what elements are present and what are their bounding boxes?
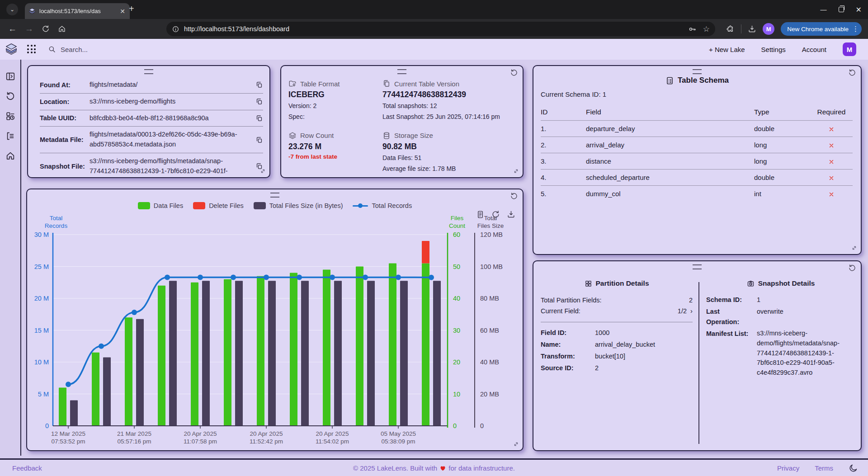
site-info-icon[interactable] [172,25,179,33]
legend-item-delete-files[interactable]: Delete Files [193,202,244,209]
drag-handle-icon[interactable] [144,69,153,74]
resize-diagonal-icon[interactable] [513,168,519,174]
new-tab-button[interactable]: + [129,4,134,13]
drag-handle-icon[interactable] [693,69,702,74]
svg-text:11:52:42 pm: 11:52:42 pm [250,438,283,445]
address-bar[interactable]: http://localhost:5173/lens/dashboard ☆ [166,22,715,36]
search-input[interactable]: Search... [48,45,88,53]
total-partition-fields-row: Total Partition Fields: 2 [541,295,693,306]
downloads-icon[interactable] [748,25,756,33]
svg-text:0: 0 [453,422,457,429]
svg-text:40 MB: 40 MB [480,358,499,366]
svg-text:0: 0 [480,422,484,429]
table-format-stat: Table Format ICEBERG Version: 2 Spec: [288,80,382,122]
svg-text:120 MB: 120 MB [480,231,503,238]
svg-text:100 MB: 100 MB [480,263,503,270]
column-divider [698,282,699,444]
bookmark-star-icon[interactable]: ☆ [703,24,710,34]
chrome-home-button[interactable] [58,25,66,33]
table-row: Metadata File: flights/metadata/00013-d2… [40,127,263,153]
schema-card-title: Table Schema [533,76,861,85]
window-close-button[interactable]: ✕ [856,5,862,14]
grid-icon [585,280,592,287]
svg-text:20 Apr 2025: 20 Apr 2025 [316,430,349,437]
app-grid-menu-icon[interactable] [27,45,36,54]
drag-handle-icon[interactable] [693,264,702,269]
legend-item-files-size[interactable]: Total Files Size (in Bytes) [254,202,343,209]
legend-item-data-files[interactable]: Data Files [138,202,183,209]
window-restore-button[interactable] [839,7,844,12]
window-minimize-button[interactable]: — [821,6,827,13]
left-rail [0,60,21,456]
panel-toggle-icon[interactable] [4,70,17,83]
home-icon[interactable] [4,149,17,163]
resize-diagonal-icon[interactable] [513,441,519,448]
row-count-value: 23.276 M [288,142,382,151]
resize-diagonal-icon[interactable] [851,245,858,251]
new-lake-button[interactable]: + New Lake [709,46,745,53]
schema-header-row: ID Field Type Required [541,104,853,120]
snapshots-chart[interactable]: 05 M10 M15 M20 M25 M30 M0102030405060020… [28,231,523,457]
reload-button[interactable] [42,25,50,33]
user-avatar[interactable]: M [843,42,856,56]
extensions-puzzle-icon[interactable] [726,25,735,33]
next-field-chevron-icon[interactable]: › [690,307,693,315]
chrome-update-button[interactable]: New Chrome available ⋮ [781,22,862,36]
copy-icon[interactable] [255,81,263,89]
settings-button[interactable]: Settings [761,46,786,53]
svg-text:5 M: 5 M [38,391,49,398]
svg-text:80 MB: 80 MB [480,295,499,302]
layers-icon [288,132,297,140]
database-icon [382,132,391,140]
current-version-stat: Current Table Version 774412474863881243… [382,80,518,122]
forward-button[interactable]: → [25,24,33,34]
browser-tab[interactable]: localhost:5173/lens/das ✕ [25,3,130,19]
resize-diagonal-icon[interactable] [259,168,266,174]
search-icon [48,45,56,53]
legend-swatch [193,202,205,209]
refresh-card-icon[interactable] [848,264,856,272]
app-header: Search... + New Lake Settings Account M [0,39,868,60]
svg-text:12 Mar 2025: 12 Mar 2025 [51,430,85,437]
copy-icon[interactable] [255,98,263,105]
url-text[interactable]: http://localhost:5173/lens/dashboard [184,25,688,33]
divider [541,322,693,322]
copy-icon[interactable] [255,114,263,122]
required-false-icon [828,126,835,132]
account-button[interactable]: Account [802,46,826,53]
password-key-icon[interactable] [688,25,697,33]
required-false-icon [828,159,835,165]
table-row: Found At: flights/metadata/ [40,77,263,94]
chrome-profile-avatar[interactable]: M [763,23,774,35]
snapshots-grid-clock-icon[interactable] [4,109,17,123]
table-row: Table UUID: b8fcdbb3-be04-4feb-8f12-8819… [40,110,263,127]
back-button[interactable]: ← [8,24,17,34]
dark-mode-moon-icon[interactable] [849,463,858,473]
svg-text:15 M: 15 M [34,327,49,334]
history-icon[interactable] [4,90,17,103]
lakelens-logo-icon[interactable] [5,42,18,56]
terms-link[interactable]: Terms [815,464,833,472]
partition-details-title: Partition Details [541,279,693,287]
schema-table: ID Field Type Required 1. departure_dela… [541,104,853,202]
snapshot-details-title: Snapshot Details [706,279,855,287]
svg-text:60: 60 [453,231,460,238]
dashboard-main: Found At: flights/metadata/ Location: s3… [0,60,868,458]
tab-strip: ⌄ localhost:5173/lens/das ✕ + — ✕ [0,0,868,19]
tab-search-button[interactable]: ⌄ [6,4,18,15]
tab-close-icon[interactable]: ✕ [119,8,126,15]
refresh-card-icon[interactable] [510,192,518,200]
copy-icon[interactable] [255,136,263,144]
toolbar-separator [741,24,741,33]
drag-handle-icon[interactable] [397,69,406,74]
required-false-icon [828,142,835,149]
refresh-card-icon[interactable] [510,68,518,77]
svg-text:21 Mar 2025: 21 Mar 2025 [117,430,151,437]
feedback-link[interactable]: Feedback [12,464,42,472]
chrome-menu-kebab-icon[interactable]: ⋮ [852,25,859,33]
schema-list-icon[interactable] [4,129,17,143]
drag-handle-icon[interactable] [270,193,279,198]
privacy-link[interactable]: Privacy [777,464,799,472]
browser-window: ⌄ localhost:5173/lens/das ✕ + — ✕ ← → ht… [0,0,868,476]
legend-item-total-records[interactable]: Total Records [353,202,412,209]
